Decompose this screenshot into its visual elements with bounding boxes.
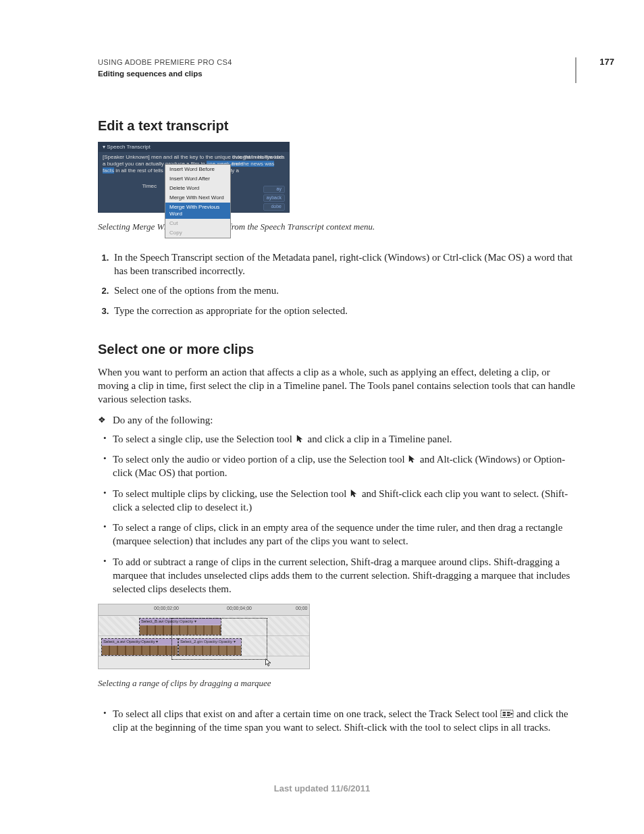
step-item: In the Speech Transcript section of the … bbox=[111, 251, 576, 278]
clip-label: Select_a.avi Opacity:Opacity ▾ bbox=[102, 639, 178, 644]
timecode-label: Timec bbox=[103, 183, 157, 190]
header-product: USING ADOBE PREMIERE PRO CS4 bbox=[98, 57, 562, 68]
bullet-list: To select all clips that exist on and af… bbox=[98, 707, 576, 735]
figure-timeline-marquee: 00;00;02;00 00;00;04;00 00;00 Select_B.a… bbox=[98, 604, 576, 669]
selection-tool-icon bbox=[349, 488, 359, 498]
list-item: To select only the audio or video portio… bbox=[113, 452, 576, 480]
footer-last-updated: Last updated 11/6/2011 bbox=[0, 783, 644, 795]
svg-rect-4 bbox=[507, 714, 510, 716]
side-tag: ayback bbox=[263, 194, 285, 202]
context-menu[interactable]: Insert Word Before Insert Word After Del… bbox=[165, 164, 231, 238]
svg-rect-3 bbox=[503, 714, 506, 716]
header-chapter: Editing sequences and clips bbox=[98, 69, 562, 80]
svg-rect-2 bbox=[507, 712, 510, 713]
running-header: USING ADOBE PREMIERE PRO CS4 Editing seq… bbox=[98, 57, 576, 83]
list-item: To select a range of clips, click in an … bbox=[113, 521, 576, 548]
bullet-list: To select a single clip, use the Selecti… bbox=[98, 432, 576, 596]
bullet-text: To select multiple clips by clicking, us… bbox=[113, 488, 349, 499]
bullet-text: and click a clip in a Timeline panel. bbox=[305, 434, 452, 444]
clip: Select_a.avi Opacity:Opacity ▾ bbox=[101, 638, 178, 656]
menu-item-merge-previous[interactable]: Merge With Previous Word bbox=[165, 203, 230, 219]
numbered-steps: In the Speech Transcript section of the … bbox=[98, 251, 576, 317]
list-item: To select a single clip, use the Selecti… bbox=[113, 432, 576, 446]
step-item: Select one of the options from the menu. bbox=[111, 284, 576, 297]
menu-item-insert-word-after[interactable]: Insert Word After bbox=[165, 174, 230, 184]
list-item: To add or subtract a range of clips in t… bbox=[113, 555, 576, 596]
ruler-label: 00;00;02;00 bbox=[154, 605, 179, 611]
menu-item-insert-word-before[interactable]: Insert Word Before bbox=[165, 165, 230, 174]
heading-select-clips: Select one or more clips bbox=[98, 340, 576, 359]
do-any-text: Do any of the following: bbox=[113, 413, 213, 427]
figure-caption: Selecting a range of clips by dragging a… bbox=[98, 677, 576, 689]
figure-speech-transcript: ▾ Speech Transcript [Speaker Unknown] me… bbox=[98, 142, 576, 213]
step-item: Type the correction as appropriate for t… bbox=[111, 304, 576, 317]
ruler-label: 00;00;04;00 bbox=[227, 605, 252, 611]
page-number: 177 bbox=[599, 56, 614, 68]
side-tag: dobe bbox=[263, 203, 285, 211]
marquee-selection bbox=[171, 618, 267, 660]
intro-paragraph: When you want to perform an action that … bbox=[98, 365, 576, 407]
bullet-text: To select a single clip, use the Selecti… bbox=[113, 434, 295, 444]
track-select-tool-icon bbox=[500, 709, 514, 719]
menu-item-merge-next[interactable]: Merge With Next Word bbox=[165, 193, 230, 203]
bullet-text: To select all clips that exist on and af… bbox=[113, 708, 500, 719]
side-tags: ay ayback dobe bbox=[263, 186, 285, 211]
selection-tool-icon bbox=[407, 454, 417, 464]
panel-title: ▾ Speech Transcript bbox=[99, 142, 289, 152]
menu-item-cut[interactable]: Cut bbox=[165, 219, 230, 228]
panel-title-text: Speech Transcript bbox=[107, 144, 150, 150]
bullet-text: To select only the audio or video portio… bbox=[113, 454, 407, 465]
svg-rect-1 bbox=[503, 712, 506, 713]
heading-edit-transcript: Edit a text transcript bbox=[98, 117, 576, 135]
list-item: To select all clips that exist on and af… bbox=[113, 707, 576, 735]
diamond-bullet-icon: ❖ bbox=[98, 413, 113, 427]
menu-item-delete-word[interactable]: Delete Word bbox=[165, 184, 230, 193]
menu-item-copy[interactable]: Copy bbox=[165, 228, 230, 238]
page: USING ADOBE PREMIERE PRO CS4 Editing seq… bbox=[0, 0, 644, 834]
ruler-label: 00;00 bbox=[296, 605, 308, 611]
do-any-line: ❖ Do any of the following: bbox=[98, 413, 576, 427]
list-item: To select multiple clips by clicking, us… bbox=[113, 487, 576, 515]
cursor-icon bbox=[265, 657, 273, 668]
side-tag: ay bbox=[263, 186, 285, 193]
transcript-text: ovie that was the idea here bbox=[232, 154, 285, 167]
selection-tool-icon bbox=[295, 434, 305, 444]
time-ruler: 00;00;02;00 00;00;04;00 00;00 bbox=[99, 604, 309, 616]
